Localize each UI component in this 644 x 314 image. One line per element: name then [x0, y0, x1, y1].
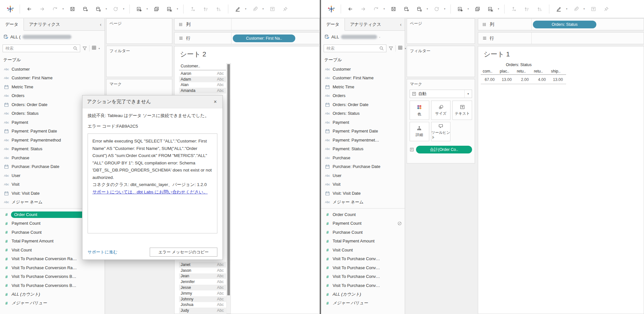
new-worksheet-caret[interactable]: ▾ [467, 7, 470, 10]
field-item[interactable]: Metric Time [0, 83, 105, 92]
go-to-support-link[interactable]: サポートに進む [88, 249, 118, 255]
fix-axes-button[interactable] [280, 5, 290, 13]
new-worksheet-button[interactable] [455, 5, 465, 13]
field-item[interactable]: #Visit To Purchase Conv… [321, 281, 405, 290]
forward-button[interactable] [358, 5, 368, 13]
table-row[interactable]: AdamAbc [179, 76, 226, 82]
dbt-support-link[interactable]: サポートについては、dbt Labs にお問い合わせください。 [92, 189, 213, 196]
field-item[interactable]: #ALL (カウント) [0, 290, 105, 299]
columns-shelf-content[interactable]: Orders: Status [532, 19, 644, 30]
columns-shelf-pill[interactable]: Orders: Status [533, 21, 596, 28]
highlight-button[interactable] [554, 5, 564, 13]
field-item[interactable]: #Visit To Purchase Conv… [321, 272, 405, 281]
field-item[interactable]: #メジャー バリュー [321, 299, 405, 308]
back-button[interactable] [24, 5, 34, 13]
cell-value[interactable]: 67.00 [481, 77, 498, 82]
field-item[interactable]: #Visit To Purchase Conversions B… [0, 272, 105, 281]
field-item[interactable]: AbcCustomer: First Name [0, 74, 105, 83]
cell-value[interactable]: 2.00 [515, 77, 532, 82]
clear-sheet-caret[interactable]: ▾ [497, 7, 500, 10]
dropdown-caret[interactable]: ▼ [464, 90, 472, 98]
duplicate-button[interactable] [152, 5, 161, 13]
field-item[interactable]: AbcPayment [321, 118, 405, 127]
group-members-button[interactable] [250, 5, 260, 13]
columns-shelf[interactable]: 列 [174, 18, 320, 30]
clear-sheet-caret[interactable]: ▾ [176, 7, 179, 10]
redo-button[interactable] [50, 5, 60, 13]
swap-axes-button[interactable] [509, 5, 519, 13]
column-header[interactable]: ship.. [549, 69, 566, 74]
table-row[interactable]: JasonAbc [179, 268, 226, 273]
search-box[interactable] [324, 44, 386, 52]
table-column-header[interactable]: Customer.. [181, 64, 200, 68]
new-worksheet-caret[interactable]: ▾ [146, 7, 149, 10]
filters-card[interactable]: フィルター [106, 46, 172, 77]
show-mark-labels-button[interactable] [589, 5, 598, 13]
text-button[interactable]: テキスト [452, 101, 472, 120]
tab-data[interactable]: データ [0, 18, 24, 31]
table-row[interactable]: JesseAbc [179, 285, 226, 290]
new-worksheet-button[interactable] [134, 5, 144, 13]
refresh-button[interactable] [432, 5, 441, 13]
sort-descending-button[interactable] [214, 5, 223, 13]
duplicate-button[interactable] [473, 5, 482, 13]
field-item[interactable]: AbcPurchase [321, 153, 405, 162]
table-row[interactable]: AaronAbc [179, 71, 226, 76]
columns-shelf-content[interactable] [232, 19, 319, 30]
field-item[interactable]: #Visit To Purchase Conv… [321, 255, 405, 264]
field-item[interactable]: #Visit To Purchase Conversion Ra… [0, 263, 105, 272]
rows-shelf[interactable]: 行 [478, 32, 644, 44]
search-box[interactable] [3, 44, 80, 52]
refresh-caret[interactable]: ▾ [122, 7, 125, 10]
redo-caret[interactable]: ▾ [62, 7, 65, 10]
clear-sheet-button[interactable] [165, 5, 174, 13]
field-item[interactable]: #Total Payment Amount [321, 237, 405, 246]
collapse-pane-icon[interactable]: ‹ [97, 18, 105, 30]
pages-card[interactable]: ページ [106, 18, 172, 44]
field-item[interactable]: AbcPayment: Paymentmet… [321, 136, 405, 145]
back-button[interactable] [346, 5, 355, 13]
field-item[interactable]: AbcCustomer [0, 65, 105, 74]
table-row[interactable]: JoshuaAbc [179, 302, 226, 308]
field-item[interactable]: AbcCustomer [321, 65, 405, 74]
save-button[interactable] [389, 5, 398, 13]
field-item[interactable]: Purchase: Purchase Date [321, 162, 405, 172]
table-row[interactable]: AlanAbc [179, 82, 226, 88]
field-item[interactable]: #Purchase Count [321, 228, 405, 237]
forward-button[interactable] [37, 5, 47, 13]
view-mode-button[interactable]: ▾ [89, 45, 102, 52]
search-input[interactable] [326, 46, 379, 51]
search-input[interactable] [5, 46, 73, 51]
pause-data-button[interactable] [414, 5, 424, 13]
error-detail-box[interactable]: Error while executing SQL "SELECT "ALL".… [88, 133, 217, 233]
pause-data-button[interactable] [93, 5, 103, 13]
mark-type-dropdown[interactable]: 自動 ▼ [410, 90, 472, 98]
size-button[interactable]: サイズ [431, 101, 451, 120]
filter-fields-icon[interactable] [388, 46, 393, 51]
redo-caret[interactable]: ▾ [383, 7, 386, 10]
column-header[interactable]: com.. [481, 69, 498, 74]
datasource-row[interactable]: ALL ( [0, 31, 105, 43]
redo-button[interactable] [371, 5, 381, 13]
column-header[interactable]: retu.. [515, 69, 532, 74]
field-item[interactable]: #メジャー バリュー [0, 299, 105, 308]
table-field-header[interactable]: Orders: Status [506, 63, 532, 67]
group-members-caret[interactable]: ▾ [261, 7, 265, 10]
rows-shelf-pill[interactable]: Customer: First Na.. [233, 34, 295, 42]
table-row[interactable]: AmandaAbc [179, 88, 226, 93]
detail-button[interactable]: 詳細 [410, 122, 429, 141]
tab-analytics[interactable]: アナリティクス [345, 18, 386, 30]
table-row[interactable]: JohnnyAbc [179, 296, 226, 302]
view-mode-caret[interactable]: ▾ [98, 47, 101, 50]
tab-analytics[interactable]: アナリティクス [24, 18, 65, 30]
vertical-scrollbar[interactable] [226, 63, 231, 314]
field-item[interactable]: AbcPayment: Status [321, 145, 405, 154]
measure-pill[interactable]: 合計(Order Co.. [416, 146, 472, 153]
table-row[interactable]: JanetAbc [179, 262, 226, 268]
pages-card[interactable]: ページ [407, 18, 475, 44]
field-item[interactable]: AbcCustomer: First Name [321, 74, 405, 83]
table-row[interactable]: JenniferAbc [179, 279, 226, 285]
show-mark-labels-button[interactable] [268, 5, 277, 13]
field-item[interactable]: Metric Time [321, 83, 405, 92]
add-data-button[interactable] [402, 5, 411, 13]
